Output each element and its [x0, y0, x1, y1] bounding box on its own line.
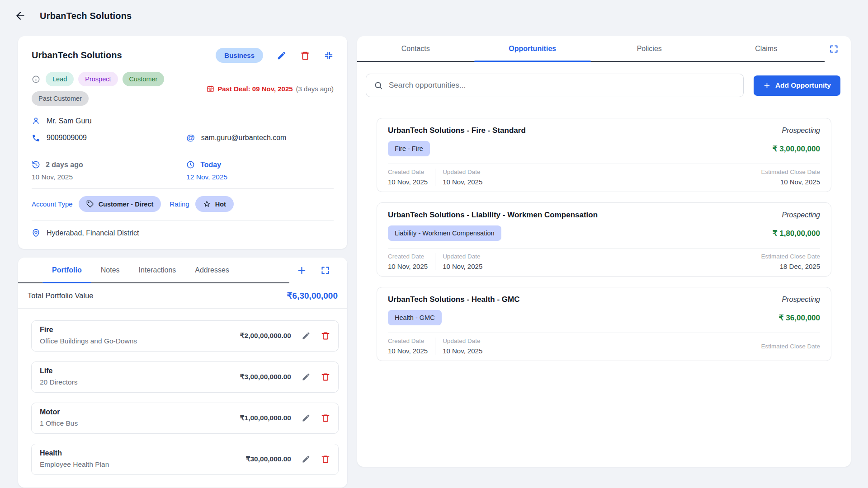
location-row: Hyderabad, Financial District [32, 229, 334, 237]
related-tab-actions [825, 36, 851, 62]
portfolio-item: Motor 1 Office Bus ₹1,00,00,000.00 [31, 403, 339, 434]
tab-notes[interactable]: Notes [91, 258, 129, 282]
collapse-card-button[interactable] [324, 51, 334, 61]
main-content: UrbanTech Solutions Business [0, 32, 868, 488]
star-icon [203, 200, 211, 208]
opportunity-product-badge: Health - GMC [388, 310, 442, 325]
opportunity-amount: ₹ 1,80,00,000 [773, 229, 820, 238]
delete-portfolio-item-button[interactable] [321, 331, 330, 340]
portfolio-item-name: Life [40, 367, 78, 375]
opportunity-amount: ₹ 36,00,000 [779, 313, 820, 323]
delete-portfolio-item-button[interactable] [321, 455, 330, 464]
portfolio-item-value: ₹2,00,00,000.00 [240, 332, 291, 340]
at-sign-icon: @ [186, 133, 195, 143]
edit-portfolio-item-button[interactable] [302, 372, 311, 381]
expand-portfolio-button[interactable] [321, 266, 330, 275]
account-summary-card: UrbanTech Solutions Business [18, 36, 347, 249]
tab-contacts[interactable]: Contacts [357, 36, 474, 61]
updated-date-label: Updated Date [443, 253, 482, 260]
search-input[interactable] [389, 81, 736, 90]
portfolio-item-name: Motor [40, 408, 78, 416]
tab-addresses[interactable]: Addresses [185, 258, 239, 282]
account-column: UrbanTech Solutions Business [18, 36, 347, 488]
rating-badge[interactable]: Hot [195, 196, 234, 212]
updated-relative: Today [200, 161, 221, 169]
portfolio-item-value: ₹30,00,000.00 [246, 455, 291, 463]
account-actions: Business [216, 48, 334, 63]
delete-portfolio-item-button[interactable] [321, 372, 330, 381]
expand-icon [321, 266, 330, 275]
updated-date: 12 Nov, 2025 [186, 173, 334, 181]
dates-block: 2 days ago 10 Nov, 2025 Today 12 Nov, 20… [32, 160, 334, 189]
portfolio-tabs: Portfolio Notes Interactions Addresses [18, 258, 289, 283]
add-opportunity-button[interactable]: Add Opportunity [754, 75, 840, 96]
phone-row: 9009009009 [32, 133, 186, 143]
portfolio-item-info: Life 20 Directors [40, 367, 78, 386]
portfolio-item-right: ₹30,00,000.00 [246, 455, 330, 464]
tag-icon [86, 200, 94, 208]
opportunity-stage: Prospecting [782, 211, 821, 219]
portfolio-item-description: Employee Health Plan [40, 460, 109, 469]
opportunity-product-badge: Liability - Workmen Compensation [388, 225, 501, 241]
updated-date-value: 10 Nov, 2025 [443, 178, 482, 186]
close-date-label: Estimated Close Date [761, 169, 820, 175]
edit-portfolio-item-button[interactable] [302, 413, 311, 422]
add-portfolio-item-button[interactable] [297, 265, 307, 276]
account-type-badge[interactable]: Customer - Direct [79, 196, 161, 212]
tab-interactions[interactable]: Interactions [129, 258, 186, 282]
updated-date-col: Updated Date 10 Nov, 2025 [443, 253, 482, 270]
back-button[interactable] [11, 6, 30, 25]
updated-date-label: Updated Date [443, 338, 482, 344]
updated-date-col: Updated Date 10 Nov, 2025 [443, 338, 482, 355]
updated-relative-row: Today [186, 160, 334, 169]
trash-icon [300, 51, 310, 61]
opportunity-head: UrbanTech Solutions - Health - GMC Prosp… [388, 295, 820, 304]
pencil-icon [302, 413, 311, 422]
portfolio-item-name: Fire [40, 326, 137, 334]
expand-panel-button[interactable] [829, 44, 839, 54]
tab-opportunities[interactable]: Opportunities [474, 36, 591, 61]
portfolio-item-right: ₹2,00,00,000.00 [240, 331, 330, 340]
tab-portfolio[interactable]: Portfolio [42, 258, 91, 282]
account-header: UrbanTech Solutions Business [32, 48, 334, 63]
opportunity-mid: Liability - Workmen Compensation ₹ 1,80,… [388, 225, 820, 241]
clock-icon [186, 160, 195, 169]
opportunity-card[interactable]: UrbanTech Solutions - Fire - Standard Pr… [377, 118, 831, 192]
opportunity-divider [388, 164, 820, 164]
opportunity-mid: Health - GMC ₹ 36,00,000 [388, 310, 820, 325]
lead-badge: Lead [46, 72, 74, 86]
contact-name-row: Mr. Sam Guru [32, 117, 334, 125]
edit-account-button[interactable] [277, 51, 287, 61]
person-icon [32, 117, 40, 125]
edit-portfolio-item-button[interactable] [302, 455, 311, 464]
location-text: Hyderabad, Financial District [47, 229, 139, 237]
phone-number: 9009009009 [47, 134, 87, 142]
opportunity-search[interactable] [366, 74, 744, 97]
delete-account-button[interactable] [300, 51, 310, 61]
past-deal-date: Past Deal: 09 Nov, 2025 [217, 85, 292, 93]
edit-portfolio-item-button[interactable] [302, 331, 311, 340]
created-date: 10 Nov, 2025 [32, 173, 186, 181]
trash-icon [321, 413, 330, 422]
pencil-icon [277, 51, 287, 61]
trash-icon [321, 331, 330, 340]
portfolio-item-right: ₹1,00,00,000.00 [240, 413, 330, 422]
opportunity-card[interactable]: UrbanTech Solutions - Health - GMC Prosp… [377, 287, 831, 361]
info-icon[interactable] [32, 75, 40, 84]
portfolio-item-right: ₹3,00,00,000.00 [240, 372, 330, 381]
tab-claims[interactable]: Claims [708, 36, 825, 61]
portfolio-item: Life 20 Directors ₹3,00,00,000.00 [31, 361, 339, 393]
tab-policies[interactable]: Policies [591, 36, 708, 61]
opportunity-card[interactable]: UrbanTech Solutions - Liability - Workme… [377, 202, 831, 277]
updated-date-col: Updated Date 10 Nov, 2025 [443, 169, 482, 186]
delete-portfolio-item-button[interactable] [321, 413, 330, 422]
expand-icon [829, 44, 839, 54]
created-date-value: 10 Nov, 2025 [388, 347, 428, 355]
rating-value: Hot [215, 201, 226, 208]
close-date-col: Estimated Close Date 10 Nov, 2025 [761, 169, 820, 186]
portfolio-item-info: Motor 1 Office Bus [40, 408, 78, 427]
opportunity-stage: Prospecting [782, 127, 821, 135]
account-name: UrbanTech Solutions [32, 50, 122, 61]
created-date-label: Created Date [388, 253, 428, 260]
status-badges-section: Lead Prospect Customer Past Customer Pas… [32, 72, 334, 106]
